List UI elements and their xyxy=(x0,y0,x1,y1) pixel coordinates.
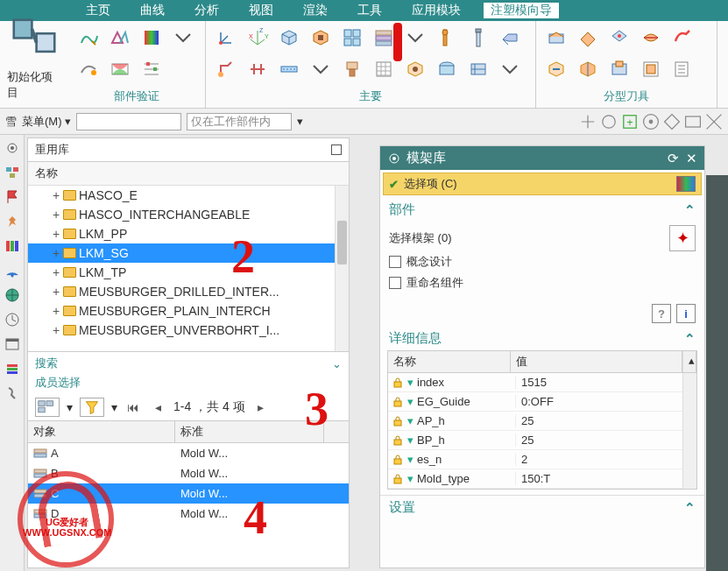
main-icon-pocket[interactable] xyxy=(402,56,428,82)
main-icon-gate[interactable] xyxy=(213,56,239,82)
leftbar-icon-wifi[interactable] xyxy=(4,263,20,278)
member-row[interactable]: DMold W... xyxy=(28,504,349,524)
rename-components-checkbox-row[interactable]: 重命名组件 xyxy=(389,272,696,293)
member-row[interactable]: BMold W... xyxy=(28,463,349,483)
col-standard[interactable]: 标准 xyxy=(175,421,324,442)
tree-item[interactable]: +LKM_TP xyxy=(28,263,349,282)
main-icon-stdpart[interactable] xyxy=(434,25,460,51)
main-icon-slider[interactable] xyxy=(497,25,523,51)
dropdown-icon[interactable]: ▾ xyxy=(407,376,413,389)
lock-icon[interactable] xyxy=(392,397,404,407)
parting-icon-1[interactable] xyxy=(543,25,569,51)
section-settings-header[interactable]: 设置 ⌃ xyxy=(380,495,704,519)
detail-row[interactable]: ▾AP_h25 xyxy=(388,412,682,431)
section-part-header[interactable]: 部件 ⌃ xyxy=(380,198,704,222)
detail-row[interactable]: ▾Mold_type150:T xyxy=(388,469,682,489)
menu-curve[interactable]: 曲线 xyxy=(133,3,172,18)
parting-icon-9[interactable] xyxy=(638,56,664,82)
main-icon-moldbase[interactable] xyxy=(371,25,397,51)
main-icon-electrode[interactable] xyxy=(339,56,365,82)
main-icon-cooling[interactable] xyxy=(276,56,302,82)
main-icon-trim[interactable] xyxy=(434,56,460,82)
tree-item[interactable]: +MEUSBURGER_DRILLED_INTER... xyxy=(28,282,349,301)
validate-icon-5[interactable] xyxy=(107,56,133,82)
tree-item[interactable]: +LKM_PP xyxy=(28,224,349,243)
toolstrip-icon-5[interactable] xyxy=(663,113,681,130)
library-icon[interactable] xyxy=(676,176,696,192)
main-icon-axes[interactable]: ZXY xyxy=(244,25,271,51)
leftbar-icon-flag[interactable] xyxy=(4,189,20,205)
expand-icon[interactable]: + xyxy=(52,188,60,202)
validate-icon-3[interactable] xyxy=(138,25,165,51)
main-icon-cavity[interactable] xyxy=(307,25,334,51)
main-icon-moldbase-dd[interactable] xyxy=(402,25,428,51)
parting-icon-8[interactable] xyxy=(606,56,633,82)
main-icon-workpiece[interactable] xyxy=(276,25,302,51)
refresh-icon[interactable]: ⟳ xyxy=(668,151,679,166)
detail-row[interactable]: ▾BP_h25 xyxy=(388,431,682,450)
leftbar-icon-globe[interactable] xyxy=(4,287,20,303)
menu-moldwizard[interactable]: 注塑模向导 xyxy=(484,3,559,18)
lock-icon[interactable] xyxy=(392,455,404,465)
chevron-down-icon[interactable]: ▾ xyxy=(111,400,117,414)
lock-icon[interactable] xyxy=(392,377,404,388)
validate-icon-6[interactable] xyxy=(138,56,165,82)
main-icon-view-dd[interactable] xyxy=(497,56,523,82)
validate-icon-1[interactable] xyxy=(75,25,102,51)
expand-icon[interactable]: + xyxy=(52,304,60,318)
parting-icon-7[interactable] xyxy=(575,56,601,82)
leftbar-icon-nav[interactable] xyxy=(4,165,20,180)
main-icon-ejector[interactable] xyxy=(465,25,491,51)
info-button[interactable]: i xyxy=(676,304,696,323)
tree-item[interactable]: +LKM_SG xyxy=(28,243,349,263)
filter-button[interactable] xyxy=(80,398,104,417)
leftbar-icon-pin[interactable] xyxy=(4,214,20,229)
detail-row[interactable]: ▾es_n2 xyxy=(388,450,682,469)
work-part-scope-dropdown[interactable]: 仅在工作部件内 xyxy=(187,113,292,130)
member-row[interactable]: AMold W... xyxy=(28,443,349,463)
pin-icon[interactable] xyxy=(331,145,342,155)
dropdown-icon[interactable]: ▾ xyxy=(407,453,413,466)
concept-design-checkbox-row[interactable]: 概念设计 xyxy=(389,251,696,272)
toolstrip-icon-2[interactable] xyxy=(600,113,618,130)
main-icon-bom[interactable] xyxy=(371,56,397,82)
close-icon[interactable]: ✕ xyxy=(686,151,697,166)
tree-item[interactable]: +HASCO_INTERCHANGEABLE xyxy=(28,205,349,224)
menu-home[interactable]: 主页 xyxy=(79,3,117,18)
nav-next-button[interactable]: ▸ xyxy=(252,398,270,416)
parting-icon-6[interactable] xyxy=(543,56,569,82)
tree-item[interactable]: +MEUSBURGER_PLAIN_INTERCH xyxy=(28,301,349,321)
selection-filter-dropdown[interactable] xyxy=(76,113,181,130)
member-row[interactable]: CMold W... xyxy=(28,483,349,504)
main-icon-runner[interactable] xyxy=(244,56,271,82)
main-icon-cooling-dd[interactable] xyxy=(307,56,334,82)
tree-item[interactable]: +HASCO_E xyxy=(28,186,349,205)
nav-first-button[interactable]: ⏮ xyxy=(124,398,142,416)
detail-col-value[interactable]: 值 xyxy=(511,351,682,372)
expand-icon[interactable]: + xyxy=(52,208,60,222)
leftbar-icon-books[interactable] xyxy=(4,238,20,254)
detail-scrollbar[interactable]: ▴ xyxy=(682,351,696,372)
tree-item[interactable]: +MEUSBURGER_UNVERBOHRT_I... xyxy=(28,321,349,340)
lock-icon[interactable] xyxy=(392,435,404,446)
validate-icon-4[interactable] xyxy=(75,56,102,82)
expand-icon[interactable]: + xyxy=(52,265,60,279)
parting-icon-5[interactable] xyxy=(669,25,696,51)
menu-dropdown-button[interactable]: 菜单(M) ▾ xyxy=(22,114,71,130)
menu-analyze[interactable]: 分析 xyxy=(187,3,226,18)
expand-icon[interactable]: + xyxy=(52,323,60,337)
chevron-down-icon[interactable]: ▾ xyxy=(67,400,73,414)
validate-icon-2[interactable] xyxy=(107,25,133,51)
parting-icon-2[interactable] xyxy=(575,25,601,51)
leftbar-icon-clock[interactable] xyxy=(4,312,20,328)
main-icon-view[interactable] xyxy=(465,56,491,82)
init-project-button[interactable]: 初始化项目 xyxy=(7,25,61,89)
validate-icon-dd[interactable] xyxy=(170,25,196,51)
leftbar-icon-window[interactable] xyxy=(4,336,20,352)
tree-scrollbar[interactable] xyxy=(335,186,349,351)
detail-row[interactable]: ▾index1515 xyxy=(388,373,682,392)
expand-icon[interactable]: + xyxy=(52,227,60,241)
dropdown-icon[interactable]: ▾ xyxy=(407,434,413,447)
detail-row[interactable]: ▾EG_Guide0:OFF xyxy=(388,392,682,412)
toolstrip-icon-3[interactable]: + xyxy=(621,113,639,130)
